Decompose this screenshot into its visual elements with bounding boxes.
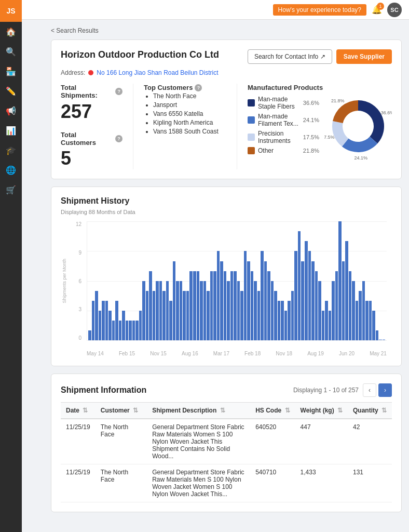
bar	[217, 251, 220, 340]
save-supplier-button[interactable]: Save Supplier	[336, 49, 392, 64]
shipments-info-icon[interactable]: ?	[115, 88, 122, 95]
bar	[376, 330, 379, 340]
total-customers-value: 5	[61, 148, 122, 169]
sidebar-item-search[interactable]: 🔍	[0, 42, 22, 61]
stats-grid: Total Shipments: ? 257 Total Customers ?…	[61, 84, 392, 169]
sidebar-item-store[interactable]: 🏪	[0, 61, 22, 81]
bar	[159, 281, 162, 341]
bar	[257, 291, 261, 340]
bar	[180, 281, 183, 341]
bar	[173, 261, 176, 341]
bar	[224, 271, 227, 341]
total-shipments-value: 257	[61, 100, 122, 123]
donut-svg: 36.6%24.1%17.5%21.8%	[324, 92, 392, 160]
table-column-header[interactable]: Weight (kg) ⇅	[295, 403, 348, 419]
bar	[95, 291, 98, 340]
bar	[183, 291, 186, 340]
bar	[119, 321, 122, 340]
bar	[274, 291, 277, 340]
legend-pct: 24.1%	[303, 117, 319, 123]
sidebar-item-globe[interactable]: 🌐	[0, 160, 22, 180]
total-shipments-label: Total Shipments: ?	[61, 84, 122, 99]
supplier-card: Horizon Outdoor Production Co Ltd Search…	[51, 39, 402, 179]
table-column-header[interactable]: Customer ⇅	[96, 403, 147, 419]
section-title: Shipment Information	[61, 385, 146, 395]
bar	[105, 301, 108, 340]
bar	[349, 271, 352, 341]
bar	[342, 261, 345, 341]
customer-item: The North Face	[153, 92, 226, 100]
bar	[162, 291, 166, 340]
bar	[240, 291, 243, 340]
bar	[352, 281, 355, 341]
sidebar-logo: JS	[0, 0, 22, 22]
mfg-legend: Man-made Staple Fibers 36.6% Man-made Fi…	[248, 96, 319, 157]
x-axis-tick: Nov 18	[276, 351, 292, 356]
mfg-section: Man-made Staple Fibers 36.6% Man-made Fi…	[248, 92, 392, 160]
table-head: Date ⇅Customer ⇅Shipment Description ⇅HS…	[61, 403, 392, 419]
pagination-info: Displaying 1 - 10 of 257	[293, 387, 359, 394]
table-column-header[interactable]: Shipment Description ⇅	[147, 403, 250, 419]
bar	[308, 251, 311, 340]
bar	[254, 281, 257, 341]
table-cell: 42	[348, 419, 392, 464]
table-column-header[interactable]: Date ⇅	[61, 403, 96, 419]
bar	[281, 301, 284, 340]
notification-bell[interactable]: 🔔 1	[372, 5, 382, 15]
table-cell: 11/25/19	[61, 464, 96, 502]
breadcrumb[interactable]: < Search Results	[51, 27, 402, 34]
sidebar-item-chart[interactable]: 📊	[0, 121, 22, 140]
bar	[203, 281, 207, 341]
sidebar-item-edit[interactable]: ✏️	[0, 81, 22, 101]
address-label: Address:	[61, 69, 85, 76]
bar	[365, 301, 369, 340]
bar	[362, 281, 365, 341]
bar	[135, 321, 139, 340]
bar	[227, 281, 230, 341]
next-page-button[interactable]: ›	[378, 383, 392, 397]
bar	[112, 321, 115, 340]
bar	[88, 330, 91, 340]
table-row: 11/25/19The North FaceGeneral Department…	[61, 464, 392, 502]
legend-dot	[248, 134, 255, 141]
x-axis-tick: Feb 15	[119, 351, 135, 356]
sidebar-item-education[interactable]: 🎓	[0, 140, 22, 160]
bar	[99, 311, 102, 340]
bar	[234, 271, 237, 341]
prev-page-button[interactable]: ‹	[363, 383, 376, 397]
user-avatar[interactable]: SC	[387, 3, 402, 17]
legend-item: Other 21.8%	[248, 147, 319, 154]
top-customers-info-icon[interactable]: ?	[195, 84, 202, 91]
bar	[345, 241, 348, 340]
address-value: No 166 Long Jiao Shan Road Beilun Distri…	[97, 69, 218, 76]
table-cell: 11/25/19	[61, 419, 96, 464]
table-cell: 640520	[250, 419, 295, 464]
chart-yaxis: 129630	[68, 221, 84, 341]
customers-info-icon[interactable]: ?	[115, 135, 122, 142]
sidebar-item-broadcast[interactable]: 📢	[0, 101, 22, 121]
supplier-header: Horizon Outdoor Production Co Ltd Search…	[61, 49, 392, 64]
search-contact-button[interactable]: Search for Contact Info ↗	[248, 49, 332, 64]
table-column-header[interactable]: HS Code ⇅	[250, 403, 295, 419]
legend-item: Man-made Filament Tex... 24.1%	[248, 113, 319, 127]
donut-segment	[333, 100, 358, 123]
customer-item: Jansport	[153, 101, 226, 109]
sidebar-item-home[interactable]: 🏠	[0, 22, 22, 42]
bar	[294, 251, 297, 340]
legend-pct: 36.6%	[303, 100, 319, 106]
x-axis-tick: Aug 19	[307, 351, 324, 356]
sidebar: JS 🏠 🔍 🏪 ✏️ 📢 📊 🎓 🌐 🛒	[0, 0, 22, 532]
sort-icon: ⇅	[285, 407, 290, 414]
table-row: 11/25/19The North FaceGeneral Department…	[61, 419, 392, 464]
sort-icon: ⇅	[381, 407, 387, 414]
y-axis-tick: 9	[78, 250, 81, 256]
shipments-block: Total Shipments: ? 257 Total Customers ?…	[61, 84, 133, 169]
legend-dot	[248, 116, 255, 124]
bar	[230, 271, 234, 341]
table-body: 11/25/19The North FaceGeneral Department…	[61, 419, 392, 502]
feedback-button[interactable]: How's your experience today?	[273, 4, 366, 16]
table-column-header[interactable]: Quantity ⇅	[348, 403, 392, 419]
x-axis-tick: Feb 18	[244, 351, 261, 356]
sidebar-item-cart[interactable]: 🛒	[0, 180, 22, 200]
bar	[142, 281, 145, 341]
